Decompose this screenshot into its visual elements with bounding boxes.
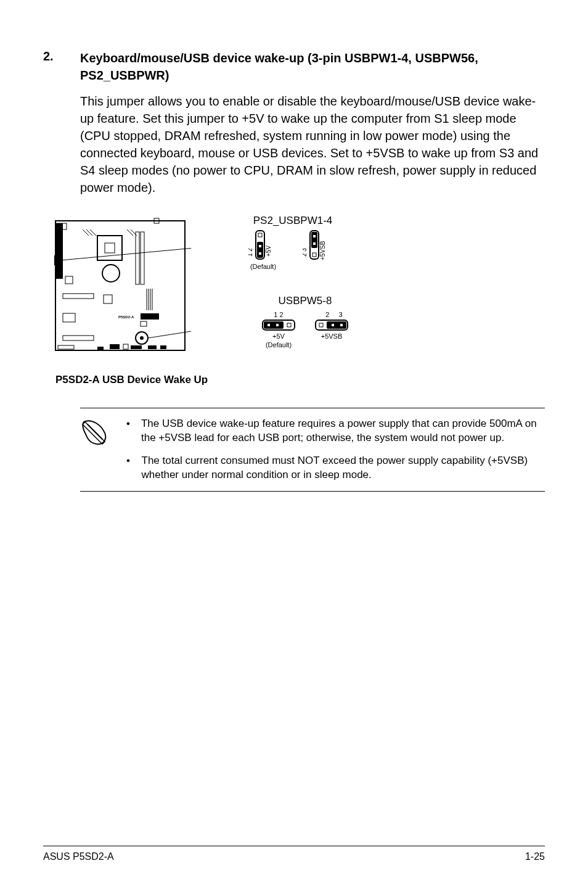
jumper1-right: 2 3 +5VSB xyxy=(303,229,337,270)
svg-rect-32 xyxy=(160,345,166,349)
svg-rect-38 xyxy=(257,242,263,258)
note-pencil-icon xyxy=(80,417,111,482)
svg-rect-23 xyxy=(141,313,159,320)
jumper-vertical-icon: 1 2 +5V xyxy=(248,229,278,262)
svg-rect-34 xyxy=(54,255,59,265)
jumper2-right-voltage: +5VSB xyxy=(321,332,343,340)
svg-rect-48 xyxy=(313,242,316,245)
jumper-vertical-icon: 2 3 +5VSB xyxy=(303,229,337,262)
svg-rect-27 xyxy=(110,344,120,349)
svg-text:+5VSB: +5VSB xyxy=(319,241,326,260)
svg-rect-39 xyxy=(258,233,262,237)
section-body: This jumper allows you to enable or disa… xyxy=(80,93,545,196)
jumper1-title: PS2_USBPW1-4 xyxy=(222,215,364,227)
jumper1-left: 1 2 +5V (Default) xyxy=(248,229,278,270)
footer-right: 1-25 xyxy=(525,851,545,862)
svg-rect-5 xyxy=(141,232,144,284)
svg-rect-3 xyxy=(105,243,115,253)
page-footer: ASUS P5SD2-A 1-25 xyxy=(43,846,545,862)
svg-line-11 xyxy=(90,229,96,236)
note-text-2: The total current consumed must NOT exce… xyxy=(142,454,545,482)
bullet-icon: • xyxy=(126,454,131,482)
svg-rect-45 xyxy=(311,232,317,248)
svg-rect-40 xyxy=(259,245,261,247)
svg-rect-54 xyxy=(267,324,270,326)
svg-rect-14 xyxy=(65,276,73,284)
svg-line-10 xyxy=(86,229,92,236)
bullet-icon: • xyxy=(126,417,130,445)
svg-line-35 xyxy=(60,244,191,260)
svg-text:2 3: 2 3 xyxy=(303,248,308,257)
jumper2-title: USBPW5-8 xyxy=(234,295,376,307)
svg-point-26 xyxy=(140,336,144,340)
svg-rect-53 xyxy=(287,323,291,327)
svg-rect-18 xyxy=(104,295,112,303)
jumper2-left-voltage: +5V xyxy=(272,332,285,340)
svg-rect-46 xyxy=(312,253,316,257)
jumper-horizontal-icon xyxy=(314,319,349,331)
svg-point-8 xyxy=(102,265,120,282)
svg-line-12 xyxy=(127,229,133,236)
note-item-1: • The USB device wake-up feature require… xyxy=(126,417,545,445)
note-block: • The USB device wake-up feature require… xyxy=(80,408,545,492)
svg-rect-47 xyxy=(313,235,316,237)
jumper2-left-note: (Default) xyxy=(266,341,292,349)
svg-rect-28 xyxy=(97,347,104,350)
jumper2-right: 2 3 +5VSB xyxy=(314,310,349,349)
svg-rect-17 xyxy=(63,336,94,340)
svg-rect-30 xyxy=(131,345,142,349)
svg-rect-60 xyxy=(340,324,343,326)
note-item-2: • The total current consumed must NOT ex… xyxy=(126,454,545,482)
section-heading: Keyboard/mouse/USB device wake-up (3-pin… xyxy=(80,49,545,84)
svg-rect-29 xyxy=(123,344,128,349)
svg-rect-41 xyxy=(259,252,261,255)
svg-text:+5V: +5V xyxy=(265,245,272,257)
svg-text:1 2: 1 2 xyxy=(248,248,253,257)
board-label: P5SD2-A xyxy=(118,315,134,319)
jumper1-left-note: (Default) xyxy=(250,263,276,270)
jumper-horizontal-icon xyxy=(261,319,296,331)
jumper2-left: 1 2 +5V (Default) xyxy=(261,310,296,349)
board-outline-icon: P5SD2-A xyxy=(49,215,191,357)
svg-rect-58 xyxy=(319,323,323,327)
svg-rect-24 xyxy=(141,321,147,326)
svg-rect-57 xyxy=(327,321,346,329)
svg-rect-55 xyxy=(276,324,279,326)
svg-rect-31 xyxy=(148,345,157,349)
diagram-caption: P5SD2-A USB Device Wake Up xyxy=(55,374,545,386)
svg-rect-59 xyxy=(332,324,334,326)
jumper2-left-pins: 1 2 xyxy=(274,311,283,318)
svg-rect-15 xyxy=(63,294,94,299)
jumper2-right-pins: 2 3 xyxy=(317,311,346,318)
note-text-1: The USB device wake-up feature requires … xyxy=(141,417,545,445)
svg-rect-16 xyxy=(63,313,75,322)
svg-rect-52 xyxy=(264,321,284,329)
svg-line-9 xyxy=(83,229,89,236)
svg-rect-0 xyxy=(55,221,185,350)
svg-rect-4 xyxy=(136,232,139,284)
svg-rect-6 xyxy=(55,223,63,279)
footer-left: ASUS P5SD2-A xyxy=(43,851,114,862)
svg-rect-33 xyxy=(58,345,74,349)
motherboard-diagram: P5SD2-A PS2_USBPW xyxy=(49,215,370,369)
